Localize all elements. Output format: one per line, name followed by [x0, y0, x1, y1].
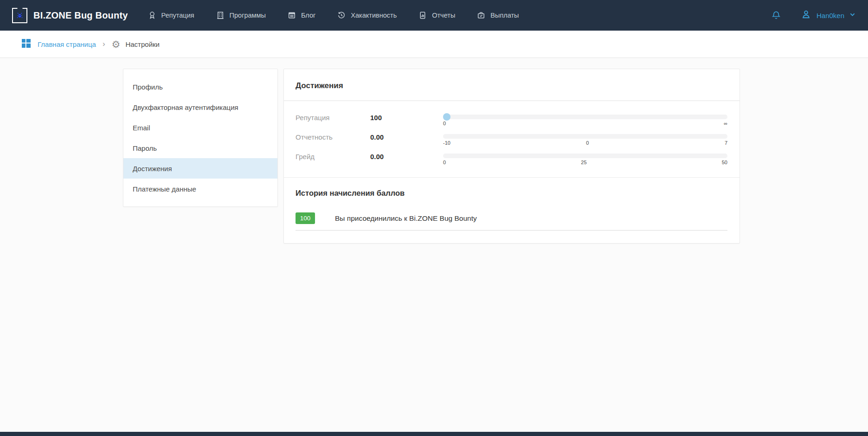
- breadcrumb: Главная страница › ⚙ Настройки: [0, 31, 868, 58]
- history-row: 100 Вы присоединились к Bi.ZONE Bug Boun…: [296, 212, 727, 231]
- breadcrumb-current-label: Настройки: [125, 40, 160, 48]
- settings-nav-card: Профиль Двухфакторная аутентификация Ema…: [123, 69, 278, 207]
- metric-slider: 0 25 50: [443, 152, 727, 166]
- metrics-list: Репутация 100 0 ∞ Отчетность 0.00: [284, 101, 739, 178]
- payout-icon: [476, 11, 486, 20]
- metric-label: Отчетность: [296, 133, 370, 141]
- metric-slider: -10 0 7: [443, 133, 727, 146]
- tick-mid: 25: [581, 159, 586, 166]
- nav-item-blog[interactable]: Блог: [287, 11, 315, 20]
- award-icon: [148, 11, 157, 20]
- metric-value: 0.00: [370, 133, 443, 141]
- bizone-bug-logo-icon: [12, 8, 27, 23]
- nav-item-history[interactable]: Хакактивность: [337, 11, 397, 20]
- tick-max: ∞: [724, 120, 727, 127]
- sidebar-item-0[interactable]: Профиль: [123, 77, 277, 97]
- metric-row: Грейд 0.00 0 25 50: [296, 152, 727, 166]
- history-list: 100 Вы присоединились к Bi.ZONE Bug Boun…: [284, 212, 739, 231]
- username: Han0ken: [817, 12, 844, 19]
- notifications-bell-icon[interactable]: [771, 10, 782, 21]
- top-navbar: BI.ZONE Bug Bounty Репутация Программы Б…: [0, 0, 868, 31]
- settings-page: Профиль Двухфакторная аутентификация Ema…: [0, 58, 868, 244]
- blog-icon: [287, 11, 296, 20]
- metric-value: 100: [370, 113, 443, 122]
- history-text: Вы присоединились к Bi.ZONE Bug Bounty: [335, 214, 477, 223]
- metric-label: Грейд: [296, 152, 370, 160]
- metric-row: Репутация 100 0 ∞: [296, 113, 727, 127]
- footer-strip: [0, 432, 868, 436]
- history-icon: [337, 11, 346, 20]
- brand-title: BI.ZONE Bug Bounty: [33, 10, 128, 21]
- nav-item-report[interactable]: Отчеты: [418, 11, 455, 20]
- sidebar-item-4[interactable]: Достижения: [123, 158, 277, 179]
- sidebar-item-3[interactable]: Пароль: [123, 138, 277, 158]
- tick-mid: 0: [586, 140, 589, 146]
- sidebar-item-1[interactable]: Двухфакторная аутентификация: [123, 97, 277, 117]
- breadcrumb-home-label: Главная страница: [38, 40, 96, 48]
- achievements-card: Достижения Репутация 100 0 ∞ Отч: [283, 69, 740, 244]
- brand-logo[interactable]: BI.ZONE Bug Bounty: [12, 8, 128, 23]
- nav-item-payout[interactable]: Выплаты: [476, 11, 519, 20]
- slider-track: [443, 154, 727, 158]
- breadcrumb-home-link[interactable]: Главная страница: [20, 38, 96, 51]
- metric-row: Отчетность 0.00 -10 0 7: [296, 133, 727, 146]
- building-icon: [216, 11, 225, 20]
- navbar-right: Han0ken: [771, 9, 856, 22]
- tick-max: 50: [722, 159, 727, 166]
- breadcrumb-separator: ›: [103, 39, 105, 49]
- card-title: Достижения: [284, 69, 739, 101]
- sidebar-item-5[interactable]: Платежные данные: [123, 179, 277, 199]
- gear-icon: ⚙: [112, 39, 121, 49]
- tick-min: 0: [443, 120, 446, 127]
- nav-item-award[interactable]: Репутация: [148, 11, 194, 20]
- dashboard-grid-icon: [20, 38, 32, 51]
- tick-max: 7: [725, 140, 727, 146]
- main-nav: Репутация Программы Блог Хакактивность О…: [148, 11, 519, 20]
- tick-min: -10: [443, 140, 450, 146]
- breadcrumb-current: ⚙ Настройки: [112, 39, 160, 49]
- sidebar-item-2[interactable]: Email: [123, 117, 277, 138]
- user-menu[interactable]: Han0ken: [800, 9, 856, 22]
- metric-label: Репутация: [296, 113, 370, 122]
- tick-min: 0: [443, 159, 446, 166]
- slider-track: [443, 115, 727, 119]
- points-badge: 100: [296, 212, 315, 224]
- report-icon: [418, 11, 427, 20]
- metric-value: 0.00: [370, 152, 443, 160]
- slider-track: [443, 134, 727, 139]
- chevron-down-icon: [849, 11, 856, 19]
- slider-knob: [443, 113, 450, 121]
- user-avatar-icon: [800, 9, 812, 22]
- metric-slider: 0 ∞: [443, 113, 727, 127]
- nav-item-building[interactable]: Программы: [216, 11, 266, 20]
- history-title: История начисления баллов: [284, 178, 739, 198]
